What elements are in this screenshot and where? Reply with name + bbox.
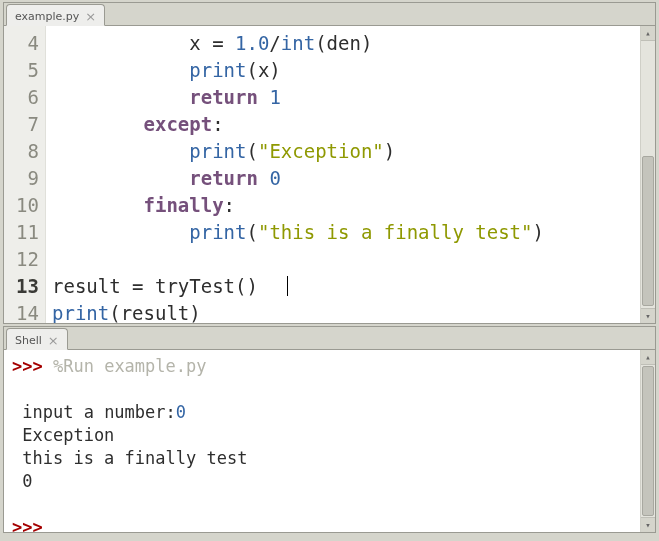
scroll-down-icon[interactable]: ▾: [641, 308, 655, 323]
shell-line: input a number:0: [12, 401, 636, 424]
close-icon[interactable]: ×: [48, 334, 59, 347]
text-cursor: [287, 276, 288, 296]
code-line: finally:: [52, 192, 640, 219]
code-line: print("Exception"): [52, 138, 640, 165]
code-line: print(x): [52, 57, 640, 84]
shell-scrollbar[interactable]: ▴ ▾: [640, 350, 655, 532]
shell-tab-label: Shell: [15, 334, 42, 347]
code-line: return 0: [52, 165, 640, 192]
editor-panel: example.py × 4 5 6 7 8 9 10 11 12 13 14 …: [3, 2, 656, 324]
editor-content: 4 5 6 7 8 9 10 11 12 13 14 x = 1.0/int(d…: [4, 26, 655, 323]
scroll-up-icon[interactable]: ▴: [641, 350, 655, 365]
code-line: print(result): [52, 300, 640, 323]
code-line: except:: [52, 111, 640, 138]
code-line: return 1: [52, 84, 640, 111]
editor-tab[interactable]: example.py ×: [6, 4, 105, 26]
editor-tab-label: example.py: [15, 10, 79, 23]
code-area[interactable]: x = 1.0/int(den) print(x) return 1 excep…: [46, 26, 640, 323]
close-icon[interactable]: ×: [85, 10, 96, 23]
scroll-up-icon[interactable]: ▴: [641, 26, 655, 41]
shell-line: 0: [12, 470, 636, 493]
line-number-gutter: 4 5 6 7 8 9 10 11 12 13 14: [4, 26, 46, 323]
scroll-down-icon[interactable]: ▾: [641, 517, 655, 532]
shell-line: >>> %Run example.py: [12, 355, 636, 378]
shell-tabbar: Shell ×: [4, 327, 655, 350]
shell-line: [12, 378, 636, 401]
shell-output[interactable]: >>> %Run example.py input a number:0 Exc…: [4, 350, 640, 532]
shell-tab[interactable]: Shell ×: [6, 328, 68, 350]
editor-tabbar: example.py ×: [4, 3, 655, 26]
shell-body: >>> %Run example.py input a number:0 Exc…: [4, 350, 655, 532]
shell-line: >>>: [12, 516, 636, 532]
code-line: print("this is a finally test"): [52, 219, 640, 246]
shell-line: this is a finally test: [12, 447, 636, 470]
code-line: [52, 246, 640, 273]
scroll-thumb[interactable]: [642, 366, 654, 516]
shell-line: Exception: [12, 424, 636, 447]
scroll-thumb[interactable]: [642, 156, 654, 306]
code-line: x = 1.0/int(den): [52, 30, 640, 57]
code-line: result = tryTest(): [52, 273, 640, 300]
editor-scrollbar[interactable]: ▴ ▾: [640, 26, 655, 323]
shell-panel: Shell × >>> %Run example.py input a numb…: [3, 326, 656, 533]
shell-line: [12, 493, 636, 516]
